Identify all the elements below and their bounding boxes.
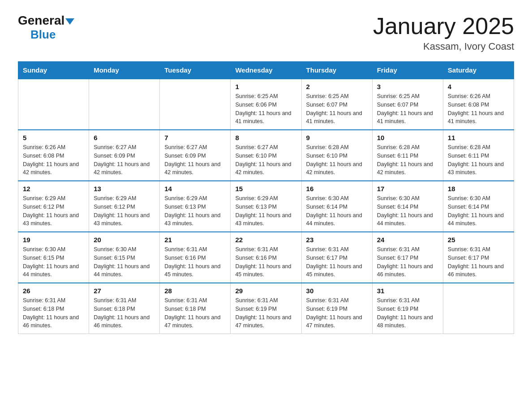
header-monday: Monday [89,62,160,79]
title-block: January 2025 Kassam, Ivory Coast [373,13,514,52]
day-number: 27 [94,287,155,295]
calendar-cell: 11Sunrise: 6:28 AM Sunset: 6:11 PM Dayli… [443,130,514,181]
day-number: 14 [164,185,226,193]
day-info: Sunrise: 6:31 AM Sunset: 6:18 PM Dayligh… [164,296,226,330]
day-number: 7 [164,134,226,141]
calendar-week-row: 19Sunrise: 6:30 AM Sunset: 6:15 PM Dayli… [18,232,514,283]
logo-general-text: General [18,13,64,28]
day-info: Sunrise: 6:27 AM Sunset: 6:09 PM Dayligh… [94,143,155,177]
day-info: Sunrise: 6:26 AM Sunset: 6:08 PM Dayligh… [448,92,509,126]
header-sunday: Sunday [18,62,89,79]
calendar-cell: 31Sunrise: 6:31 AM Sunset: 6:19 PM Dayli… [372,283,443,334]
calendar-cell: 20Sunrise: 6:30 AM Sunset: 6:15 PM Dayli… [89,232,160,283]
calendar-cell: 15Sunrise: 6:29 AM Sunset: 6:13 PM Dayli… [231,181,301,232]
day-number: 12 [23,185,84,193]
calendar-header-row: SundayMondayTuesdayWednesdayThursdayFrid… [18,62,514,79]
calendar-cell: 8Sunrise: 6:27 AM Sunset: 6:10 PM Daylig… [231,130,301,181]
calendar-cell [160,79,231,130]
calendar-cell: 17Sunrise: 6:30 AM Sunset: 6:14 PM Dayli… [372,181,443,232]
day-number: 10 [377,134,438,141]
day-number: 3 [377,83,438,90]
day-info: Sunrise: 6:25 AM Sunset: 6:06 PM Dayligh… [235,92,296,126]
day-number: 18 [448,185,509,193]
calendar-cell: 3Sunrise: 6:25 AM Sunset: 6:07 PM Daylig… [372,79,443,130]
day-info: Sunrise: 6:31 AM Sunset: 6:19 PM Dayligh… [235,296,296,330]
day-number: 30 [306,287,368,295]
day-info: Sunrise: 6:31 AM Sunset: 6:17 PM Dayligh… [448,245,509,279]
page-title: January 2025 [373,13,514,39]
day-info: Sunrise: 6:31 AM Sunset: 6:19 PM Dayligh… [306,296,368,330]
calendar-cell: 28Sunrise: 6:31 AM Sunset: 6:18 PM Dayli… [160,283,231,334]
day-info: Sunrise: 6:26 AM Sunset: 6:08 PM Dayligh… [23,143,84,177]
header-friday: Friday [372,62,443,79]
day-info: Sunrise: 6:31 AM Sunset: 6:17 PM Dayligh… [306,245,368,279]
logo-arrow-icon [65,18,74,25]
day-info: Sunrise: 6:30 AM Sunset: 6:15 PM Dayligh… [94,245,155,279]
calendar-cell: 21Sunrise: 6:31 AM Sunset: 6:16 PM Dayli… [160,232,231,283]
day-number: 15 [235,185,296,193]
header-tuesday: Tuesday [160,62,231,79]
day-info: Sunrise: 6:27 AM Sunset: 6:10 PM Dayligh… [235,143,296,177]
day-number: 20 [94,236,155,244]
day-info: Sunrise: 6:25 AM Sunset: 6:07 PM Dayligh… [377,92,438,126]
calendar-cell: 4Sunrise: 6:26 AM Sunset: 6:08 PM Daylig… [443,79,514,130]
day-info: Sunrise: 6:29 AM Sunset: 6:13 PM Dayligh… [235,194,296,228]
day-number: 23 [306,236,368,244]
day-number: 2 [306,83,368,90]
day-number: 6 [94,134,155,141]
day-number: 17 [377,185,438,193]
calendar-cell: 12Sunrise: 6:29 AM Sunset: 6:12 PM Dayli… [18,181,89,232]
logo: General Blue [18,13,74,42]
calendar-cell: 29Sunrise: 6:31 AM Sunset: 6:19 PM Dayli… [231,283,301,334]
calendar-cell: 5Sunrise: 6:26 AM Sunset: 6:08 PM Daylig… [18,130,89,181]
calendar-cell: 24Sunrise: 6:31 AM Sunset: 6:17 PM Dayli… [372,232,443,283]
calendar-table: SundayMondayTuesdayWednesdayThursdayFrid… [18,61,514,334]
header-wednesday: Wednesday [231,62,301,79]
day-number: 26 [23,287,84,295]
calendar-cell: 18Sunrise: 6:30 AM Sunset: 6:14 PM Dayli… [443,181,514,232]
day-info: Sunrise: 6:30 AM Sunset: 6:14 PM Dayligh… [448,194,509,228]
calendar-cell: 10Sunrise: 6:28 AM Sunset: 6:11 PM Dayli… [372,130,443,181]
calendar-cell: 14Sunrise: 6:29 AM Sunset: 6:13 PM Dayli… [160,181,231,232]
calendar-cell: 9Sunrise: 6:28 AM Sunset: 6:10 PM Daylig… [301,130,372,181]
day-info: Sunrise: 6:31 AM Sunset: 6:17 PM Dayligh… [377,245,438,279]
calendar-cell [443,283,514,334]
day-number: 28 [164,287,226,295]
day-number: 22 [235,236,296,244]
day-number: 4 [448,83,509,90]
calendar-week-row: 12Sunrise: 6:29 AM Sunset: 6:12 PM Dayli… [18,181,514,232]
calendar-cell: 2Sunrise: 6:25 AM Sunset: 6:07 PM Daylig… [301,79,372,130]
day-info: Sunrise: 6:31 AM Sunset: 6:16 PM Dayligh… [235,245,296,279]
day-number: 19 [23,236,84,244]
day-info: Sunrise: 6:30 AM Sunset: 6:14 PM Dayligh… [306,194,368,228]
day-number: 24 [377,236,438,244]
day-number: 13 [94,185,155,193]
day-info: Sunrise: 6:28 AM Sunset: 6:11 PM Dayligh… [448,143,509,177]
day-number: 29 [235,287,296,295]
calendar-week-row: 1Sunrise: 6:25 AM Sunset: 6:06 PM Daylig… [18,79,514,130]
calendar-cell: 22Sunrise: 6:31 AM Sunset: 6:16 PM Dayli… [231,232,301,283]
day-number: 5 [23,134,84,141]
calendar-cell [18,79,89,130]
calendar-week-row: 26Sunrise: 6:31 AM Sunset: 6:18 PM Dayli… [18,283,514,334]
day-number: 16 [306,185,368,193]
day-info: Sunrise: 6:27 AM Sunset: 6:09 PM Dayligh… [164,143,226,177]
day-info: Sunrise: 6:31 AM Sunset: 6:16 PM Dayligh… [164,245,226,279]
day-info: Sunrise: 6:31 AM Sunset: 6:18 PM Dayligh… [23,296,84,330]
page-header: General Blue January 2025 Kassam, Ivory … [18,13,514,52]
calendar-cell: 26Sunrise: 6:31 AM Sunset: 6:18 PM Dayli… [18,283,89,334]
day-info: Sunrise: 6:28 AM Sunset: 6:11 PM Dayligh… [377,143,438,177]
calendar-cell: 23Sunrise: 6:31 AM Sunset: 6:17 PM Dayli… [301,232,372,283]
calendar-cell: 30Sunrise: 6:31 AM Sunset: 6:19 PM Dayli… [301,283,372,334]
calendar-cell: 27Sunrise: 6:31 AM Sunset: 6:18 PM Dayli… [89,283,160,334]
day-info: Sunrise: 6:30 AM Sunset: 6:14 PM Dayligh… [377,194,438,228]
page-subtitle: Kassam, Ivory Coast [373,41,514,52]
calendar-week-row: 5Sunrise: 6:26 AM Sunset: 6:08 PM Daylig… [18,130,514,181]
calendar-cell: 16Sunrise: 6:30 AM Sunset: 6:14 PM Dayli… [301,181,372,232]
day-info: Sunrise: 6:31 AM Sunset: 6:19 PM Dayligh… [377,296,438,330]
day-number: 21 [164,236,226,244]
calendar-cell: 13Sunrise: 6:29 AM Sunset: 6:12 PM Dayli… [89,181,160,232]
calendar-cell: 6Sunrise: 6:27 AM Sunset: 6:09 PM Daylig… [89,130,160,181]
day-number: 31 [377,287,438,295]
day-info: Sunrise: 6:28 AM Sunset: 6:10 PM Dayligh… [306,143,368,177]
